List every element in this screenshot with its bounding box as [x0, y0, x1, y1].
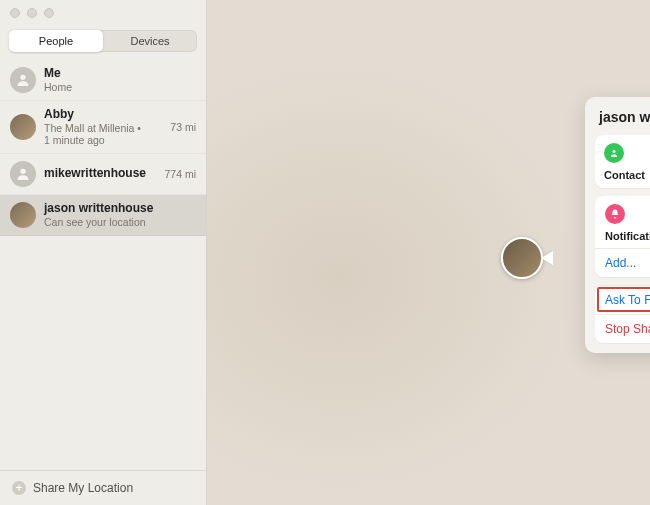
zoom-window-button[interactable] [44, 8, 54, 18]
list-item-name: Me [44, 67, 196, 81]
tab-people[interactable]: People [9, 30, 103, 52]
find-my-window: People Devices Me Home Abby The Mall at … [0, 0, 650, 505]
window-controls [0, 0, 206, 26]
share-my-location-button[interactable]: + Share My Location [0, 470, 206, 505]
minimize-window-button[interactable] [27, 8, 37, 18]
map-area[interactable]: jason writtenhouse Contact Directions [207, 0, 650, 505]
avatar [10, 67, 36, 93]
avatar [10, 161, 36, 187]
person-card: jason writtenhouse Contact Directions [585, 97, 650, 353]
list-item-name: mikewrittenhouse [44, 167, 156, 181]
sidebar: People Devices Me Home Abby The Mall at … [0, 0, 207, 505]
list-item-sub: The Mall at Millenia • 1 minute ago [44, 122, 162, 146]
notifications-panel: Notifications Add... [595, 196, 650, 277]
people-list: Me Home Abby The Mall at Millenia • 1 mi… [0, 60, 206, 470]
notifications-header: Notifications [595, 196, 650, 248]
list-item-name: Abby [44, 108, 162, 122]
list-item-text: Abby The Mall at Millenia • 1 minute ago [44, 108, 162, 146]
list-item-me[interactable]: Me Home [0, 60, 206, 101]
person-pin[interactable] [501, 237, 543, 279]
list-item-text: mikewrittenhouse [44, 167, 156, 181]
list-item-name: jason writtenhouse [44, 202, 196, 216]
card-tile-row: Contact Directions [595, 135, 650, 188]
list-item-abby[interactable]: Abby The Mall at Millenia • 1 minute ago… [0, 101, 206, 154]
avatar [10, 202, 36, 228]
svg-point-1 [20, 169, 25, 174]
list-item-sub: Home [44, 81, 196, 93]
avatar [10, 114, 36, 140]
svg-point-2 [613, 150, 616, 153]
contact-label: Contact [604, 169, 650, 181]
card-title: jason writtenhouse [595, 109, 650, 135]
avatar [501, 237, 543, 279]
bell-icon [605, 204, 625, 224]
notifications-label: Notifications [605, 230, 650, 242]
callout-pointer [541, 251, 553, 265]
contact-icon [604, 143, 624, 163]
actions-panel: Ask To Follow Location Stop Sharing My L… [595, 285, 650, 343]
list-item-mike[interactable]: mikewrittenhouse 774 mi [0, 154, 206, 195]
list-item-text: Me Home [44, 67, 196, 93]
contact-button[interactable]: Contact [595, 135, 650, 188]
ask-to-follow-button[interactable]: Ask To Follow Location [595, 285, 650, 314]
plus-icon: + [12, 481, 26, 495]
list-item-jason[interactable]: jason writtenhouse Can see your location [0, 195, 206, 236]
tab-devices[interactable]: Devices [103, 30, 197, 52]
list-item-distance: 73 mi [170, 121, 196, 133]
map-background [207, 0, 650, 505]
list-item-text: jason writtenhouse Can see your location [44, 202, 196, 228]
stop-sharing-button[interactable]: Stop Sharing My Location [595, 314, 650, 343]
list-item-distance: 774 mi [164, 168, 196, 180]
segmented-control: People Devices [9, 30, 197, 52]
list-item-sub: Can see your location [44, 216, 196, 228]
svg-point-0 [20, 75, 25, 80]
add-notification-button[interactable]: Add... [595, 248, 650, 277]
close-window-button[interactable] [10, 8, 20, 18]
share-label: Share My Location [33, 481, 133, 495]
